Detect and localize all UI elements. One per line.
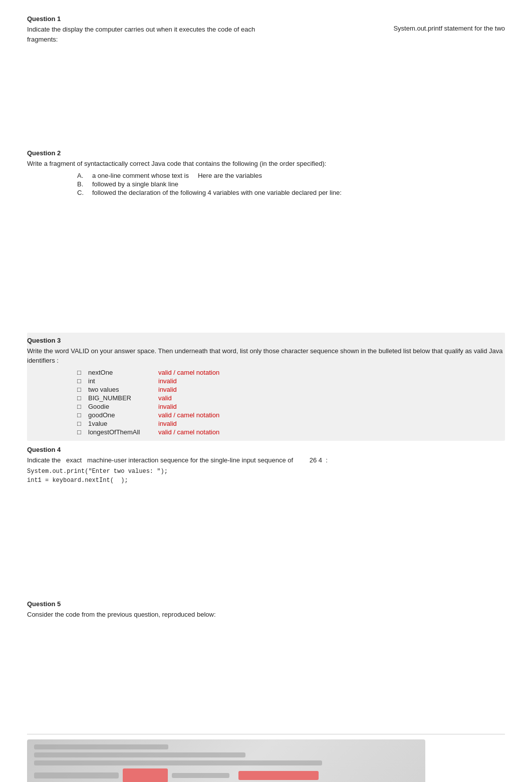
q4-text: Indicate the exact machine-user interact… xyxy=(27,455,505,465)
q3-tag-1value: invalid xyxy=(158,420,177,427)
q2-item-a-letter: A. xyxy=(77,172,92,179)
q2-item-a-text: a one-line comment whose text is Here ar… xyxy=(92,172,262,179)
q1-header: Indicate the display the computer carrie… xyxy=(27,25,505,44)
question-5-block: Question 5 Consider the code from the pr… xyxy=(27,600,505,782)
q3-bullet-1: □ xyxy=(77,377,88,385)
q3-tag-bignumber: valid xyxy=(158,394,172,402)
q1-right-text: System.out.printf statement for the two xyxy=(393,25,505,32)
q1-text-left: Indicate the display the computer carrie… xyxy=(27,25,288,44)
q3-item-int: □ int invalid xyxy=(77,377,505,385)
q5-label: Question 5 xyxy=(27,600,505,608)
blur-line-4 xyxy=(34,772,119,778)
blur-line-2 xyxy=(34,752,245,757)
q3-name-goodie: Goodie xyxy=(88,403,158,410)
q3-name-twovalues: two values xyxy=(88,386,158,393)
q3-identifier-list: □ nextOne valid / camel notation □ int i… xyxy=(27,369,505,436)
q3-bullet-6: □ xyxy=(77,420,88,427)
q3-item-nextOne: □ nextOne valid / camel notation xyxy=(77,369,505,376)
question-2-block: Question 2 Write a fragment of syntactac… xyxy=(27,149,505,323)
q3-tag-longest: valid / camel notation xyxy=(158,428,219,436)
q3-item-bignumber: □ BIG_NUMBER valid xyxy=(77,394,505,402)
q5-blurred-inner xyxy=(27,739,425,783)
q1-label: Question 1 xyxy=(27,15,505,23)
q1-text: Indicate the display the computer carrie… xyxy=(27,26,255,43)
q4-code-line-1: System.out.print("Enter two values: "); xyxy=(27,467,505,476)
q1-answer-space xyxy=(27,44,505,139)
q3-item-1value: □ 1value invalid xyxy=(77,420,505,427)
q3-bullet-4: □ xyxy=(77,403,88,410)
q4-code-block: System.out.print("Enter two values: "); … xyxy=(27,467,505,485)
q3-tag-twovalues: invalid xyxy=(158,386,177,393)
q2-item-a: A. a one-line comment whose text is Here… xyxy=(77,172,505,179)
q3-name-1value: 1value xyxy=(88,420,158,427)
q3-name-bignumber: BIG_NUMBER xyxy=(88,394,158,402)
blur-highlight-2 xyxy=(238,771,319,780)
blur-highlight-row-1 xyxy=(34,768,418,783)
q3-item-goodie: □ Goodie invalid xyxy=(77,403,505,410)
q2-item-c-letter: C. xyxy=(77,189,92,196)
q2-item-c-text: followed the declaration of the followin… xyxy=(92,189,342,196)
q5-text: Consider the code from the previous ques… xyxy=(27,610,505,620)
blur-line-1 xyxy=(34,744,168,749)
q3-bullet-7: □ xyxy=(77,428,88,436)
question-1-block: Question 1 Indicate the display the comp… xyxy=(27,15,505,139)
q3-name-longest: longestOfThemAll xyxy=(88,428,158,436)
q3-bullet-3: □ xyxy=(77,394,88,402)
q2-list: A. a one-line comment whose text is Here… xyxy=(27,172,505,196)
q3-bullet-2: □ xyxy=(77,386,88,393)
q3-name-int: int xyxy=(88,377,158,385)
q3-tag-int: invalid xyxy=(158,377,177,385)
q4-code-line-2: int1 = keyboard.nextInt( ); xyxy=(27,476,505,485)
q2-item-b: B. followed by a single blank line xyxy=(77,180,505,188)
q5-answer-space xyxy=(27,620,505,730)
q2-answer-space xyxy=(27,197,505,323)
q3-name-goodone: goodOne xyxy=(88,411,158,419)
q3-item-longest: □ longestOfThemAll valid / camel notatio… xyxy=(77,428,505,436)
q2-label: Question 2 xyxy=(27,149,505,157)
blur-line-5 xyxy=(172,773,229,778)
q2-item-c: C. followed the declaration of the follo… xyxy=(77,189,505,196)
q3-label: Question 3 xyxy=(27,337,505,344)
q5-blurred-content xyxy=(27,739,425,783)
q3-tag-goodone: valid / camel notation xyxy=(158,411,219,419)
q3-item-twovalues: □ two values invalid xyxy=(77,386,505,393)
q2-item-b-text: followed by a single blank line xyxy=(92,180,178,188)
q4-label: Question 4 xyxy=(27,446,505,453)
q3-bullet-0: □ xyxy=(77,369,88,376)
q3-bullet-5: □ xyxy=(77,411,88,419)
q3-item-goodone: □ goodOne valid / camel notation xyxy=(77,411,505,419)
q5-separator xyxy=(27,734,505,734)
question-4-block: Question 4 Indicate the exact machine-us… xyxy=(27,446,505,591)
q2-text: Write a fragment of syntactactically cor… xyxy=(27,159,505,169)
q3-text: Write the word VALID on your answer spac… xyxy=(27,346,505,366)
question-3-block: Question 3 Write the word VALID on your … xyxy=(27,333,505,441)
q3-name-nextOne: nextOne xyxy=(88,369,158,376)
blur-line-3 xyxy=(34,760,322,765)
blur-highlight-1 xyxy=(123,768,168,783)
q2-item-b-letter: B. xyxy=(77,180,92,188)
q4-answer-space xyxy=(27,485,505,590)
q3-tag-goodie: invalid xyxy=(158,403,177,410)
q4-text-prefix: Indicate the exact machine-user interact… xyxy=(27,456,328,464)
q3-tag-nextOne: valid / camel notation xyxy=(158,369,219,376)
